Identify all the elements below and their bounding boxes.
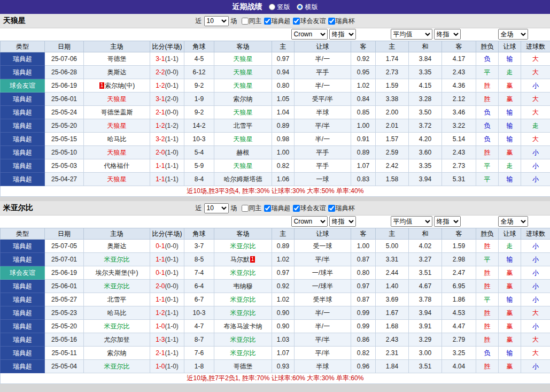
score-cell[interactable]: 1-2(1-2)	[150, 119, 184, 133]
away-team-name[interactable]: 天狼星	[234, 162, 253, 170]
goals-result-cell: 小	[521, 360, 550, 373]
home-team-name[interactable]: 米亚尔比	[104, 282, 130, 290]
checkbox-input[interactable]	[328, 18, 335, 25]
layout-option-horizontal[interactable]: 横版	[297, 3, 318, 12]
home-team-name[interactable]: 米亚尔比	[104, 322, 130, 330]
away-team-name[interactable]: 米亚尔比	[230, 296, 256, 303]
score-cell[interactable]: 1-2(1-1)	[150, 306, 184, 320]
home-team-name[interactable]: 天狼星	[107, 95, 127, 103]
home-team-name[interactable]: 天狼星	[107, 149, 127, 156]
away-team-name[interactable]: 米亚尔比	[230, 309, 256, 317]
average-stage-select[interactable]: 终指	[434, 216, 461, 227]
filter-checkbox-1[interactable]: 瑞典超	[264, 204, 291, 213]
away-team-name[interactable]: 天狼星	[234, 55, 253, 63]
score-cell[interactable]: 1-1(1-1)	[150, 173, 184, 186]
home-team-name[interactable]: 天狼星	[107, 122, 127, 129]
score-cell[interactable]: 2-2(0-0)	[150, 66, 184, 79]
home-team-name[interactable]: 索尔纳(中)	[105, 82, 135, 89]
recent-count-select[interactable]: 10	[204, 203, 229, 213]
score-cell[interactable]: 1-3(1-1)	[150, 333, 184, 347]
away-team-name[interactable]: 米亚尔比	[230, 336, 256, 343]
home-team-name[interactable]: 米亚尔比	[104, 256, 130, 263]
score-cell[interactable]: 1-1(0-1)	[150, 253, 184, 266]
score-cell[interactable]: 2-1(1-1)	[150, 347, 184, 360]
handicap-stage-select[interactable]: 终指	[329, 29, 356, 40]
bookmaker-select[interactable]: Crown	[291, 216, 328, 227]
away-team-name[interactable]: 天狼星	[234, 68, 253, 76]
away-team-name[interactable]: 哈尔姆斯塔德	[224, 175, 262, 183]
average-stage-select[interactable]: 终指	[434, 29, 461, 40]
match-row: 瑞典超25-05-03代格福什1-1(1-1)5-9天狼星0.82平手1.072…	[1, 159, 550, 173]
handicap-result-cell: 输	[499, 119, 521, 133]
away-team-name[interactable]: 天狼星	[234, 135, 253, 143]
score-cell[interactable]: 1-1(0-1)	[150, 293, 184, 306]
away-team-name[interactable]: 布洛马波卡纳	[224, 322, 262, 330]
home-team-name[interactable]: 天狼星	[107, 175, 127, 183]
score-cell[interactable]: 1-2(0-1)	[150, 79, 184, 93]
score-cell[interactable]: 0-1(0-0)	[150, 240, 184, 253]
half-score: (1-0)	[165, 322, 179, 330]
away-team-name[interactable]: 北雪平	[234, 122, 253, 129]
home-team-name[interactable]: 尤尔加登	[104, 336, 130, 343]
fullmatch-select[interactable]: 全场	[498, 29, 528, 40]
home-team-name[interactable]: 哈马比	[107, 309, 127, 317]
away-team-name[interactable]: 赫根	[237, 149, 250, 156]
bookmaker-select[interactable]: Crown	[291, 29, 328, 40]
full-score: 1-1	[156, 162, 165, 170]
away-team-name[interactable]: 韦纳穆	[234, 282, 253, 290]
filter-checkbox-3[interactable]: 瑞典杯	[328, 204, 355, 213]
checkbox-input[interactable]	[264, 205, 271, 212]
home-team-name[interactable]: 索尔纳	[107, 349, 127, 357]
checkbox-input[interactable]	[242, 18, 249, 25]
away-team-name[interactable]: 米亚尔比	[230, 349, 256, 357]
away-team-name[interactable]: 天狼星	[234, 82, 253, 89]
home-team-name[interactable]: 哥德堡盖斯	[101, 109, 133, 116]
home-team-name[interactable]: 奥斯达	[107, 68, 127, 76]
score-cell[interactable]: 3-1(2-0)	[150, 93, 184, 106]
home-team-name[interactable]: 米亚尔比	[104, 363, 130, 370]
home-team-name[interactable]: 代格福什	[104, 162, 130, 170]
score-cell[interactable]: 3-1(1-1)	[150, 52, 184, 66]
radio-icon[interactable]	[297, 4, 303, 10]
average-select[interactable]: 平均值	[391, 29, 432, 40]
filter-checkbox-2[interactable]: 球会友谊	[293, 17, 326, 26]
score-cell[interactable]: 1-1(1-1)	[150, 159, 184, 173]
checkbox-input[interactable]	[264, 18, 271, 25]
filter-checkbox-2[interactable]: 球会友谊	[293, 204, 326, 213]
fullmatch-select[interactable]: 全场	[498, 216, 528, 227]
score-cell[interactable]: 2-0(1-0)	[150, 146, 184, 159]
away-team-name[interactable]: 索尔纳	[234, 95, 253, 103]
away-team-name[interactable]: 米亚尔比	[230, 242, 256, 250]
score-cell[interactable]: 1-0(1-0)	[150, 320, 184, 333]
checkbox-input[interactable]	[328, 205, 335, 212]
checkbox-input[interactable]	[242, 205, 249, 212]
layout-option-vertical[interactable]: 竖版	[269, 3, 290, 12]
filter-checkbox-3[interactable]: 瑞典杯	[328, 17, 355, 26]
away-team-name[interactable]: 米亚尔比	[230, 269, 256, 276]
home-team-name[interactable]: 哥德堡	[107, 55, 127, 63]
home-team-name[interactable]: 哈马比	[107, 135, 127, 143]
score-cell[interactable]: 0-1(0-1)	[150, 266, 184, 280]
average-select[interactable]: 平均值	[391, 216, 432, 227]
radio-icon[interactable]	[269, 4, 275, 10]
col-handicap-result: 让球	[499, 41, 521, 52]
checkbox-input[interactable]	[293, 205, 300, 212]
handicap-stage-select[interactable]: 终指	[329, 216, 356, 227]
away-team-name[interactable]: 哥德堡	[234, 363, 253, 370]
away-team-name[interactable]: 天狼星	[234, 109, 253, 116]
filter-checkbox-0[interactable]: 同主	[242, 17, 262, 26]
handicap-away-odds-cell: 0.92	[351, 52, 376, 66]
home-team-name[interactable]: 埃尔夫斯堡(中)	[96, 269, 138, 276]
score-cell[interactable]: 2-1(0-0)	[150, 106, 184, 119]
away-team-name[interactable]: 马尔默	[230, 256, 250, 263]
home-team-name[interactable]: 北雪平	[107, 296, 127, 303]
checkbox-input[interactable]	[293, 18, 300, 25]
score-cell[interactable]: 2-0(0-0)	[150, 280, 184, 293]
score-cell[interactable]: 1-0(1-0)	[150, 360, 184, 373]
filter-checkbox-0[interactable]: 同主	[242, 204, 262, 213]
home-team-name[interactable]: 奥斯达	[107, 242, 127, 250]
score-cell[interactable]: 3-2(1-1)	[150, 133, 184, 146]
match-date-cell: 25-07-05	[45, 240, 84, 253]
recent-count-select[interactable]: 10	[204, 16, 229, 26]
filter-checkbox-1[interactable]: 瑞典超	[264, 17, 291, 26]
